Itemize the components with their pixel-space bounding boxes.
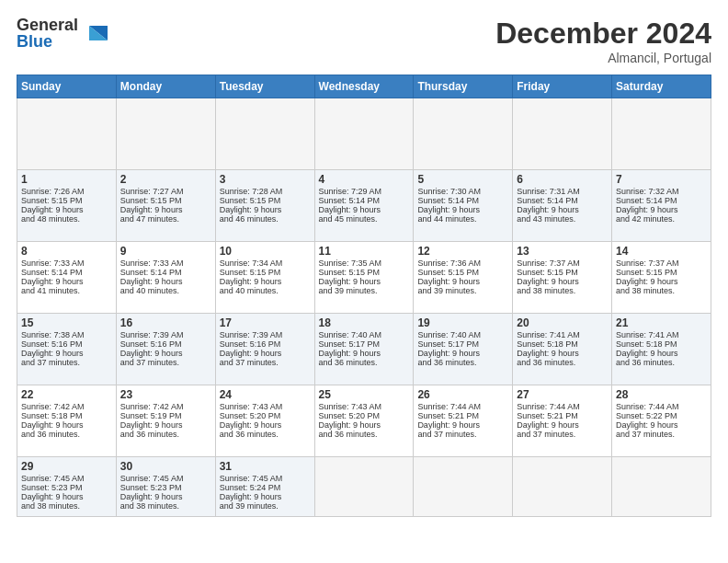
col-header-monday: Monday — [116, 75, 215, 98]
day-info: and 46 minutes. — [220, 214, 311, 224]
day-info: Sunset: 5:14 PM — [616, 196, 707, 205]
calendar-cell: 23Sunrise: 7:42 AMSunset: 5:19 PMDayligh… — [116, 385, 215, 457]
day-info: and 37 minutes. — [417, 430, 508, 439]
day-info: Sunset: 5:16 PM — [220, 339, 311, 349]
day-number: 9 — [120, 245, 211, 258]
calendar-cell: 17Sunrise: 7:39 AMSunset: 5:16 PMDayligh… — [215, 314, 314, 385]
day-info: Daylight: 9 hours — [21, 349, 112, 358]
day-info: and 38 minutes. — [517, 286, 608, 295]
day-info: Sunset: 5:23 PM — [21, 483, 112, 492]
day-info: Sunrise: 7:33 AM — [120, 259, 211, 268]
calendar-cell — [215, 98, 314, 170]
day-info: and 37 minutes. — [616, 430, 707, 439]
day-info: Sunset: 5:15 PM — [417, 268, 508, 277]
day-number: 28 — [616, 388, 707, 401]
day-info: and 37 minutes. — [220, 358, 311, 367]
day-info: Sunrise: 7:35 AM — [319, 259, 410, 268]
calendar-cell: 16Sunrise: 7:39 AMSunset: 5:16 PMDayligh… — [116, 314, 215, 385]
day-info: Sunset: 5:17 PM — [417, 339, 508, 349]
day-info: Daylight: 9 hours — [220, 277, 311, 286]
day-info: Sunrise: 7:32 AM — [616, 187, 707, 196]
calendar-cell: 3Sunrise: 7:28 AMSunset: 5:15 PMDaylight… — [215, 170, 314, 242]
day-number: 12 — [417, 245, 508, 258]
day-info: and 41 minutes. — [21, 286, 112, 295]
logo-blue: Blue — [17, 33, 78, 50]
day-info: Sunrise: 7:33 AM — [21, 259, 112, 268]
day-info: Sunrise: 7:28 AM — [220, 187, 311, 196]
day-number: 31 — [220, 460, 311, 473]
location: Almancil, Portugal — [495, 51, 711, 65]
day-info: Sunset: 5:16 PM — [21, 339, 112, 349]
col-header-saturday: Saturday — [612, 75, 711, 98]
calendar-cell: 1Sunrise: 7:26 AMSunset: 5:15 PMDaylight… — [17, 170, 117, 242]
calendar-cell — [414, 457, 513, 517]
day-info: Daylight: 9 hours — [417, 349, 508, 358]
day-info: and 39 minutes. — [220, 501, 311, 511]
day-info: Daylight: 9 hours — [220, 349, 311, 358]
day-info: Daylight: 9 hours — [417, 420, 508, 430]
day-info: Sunrise: 7:43 AM — [220, 402, 311, 411]
day-info: Daylight: 9 hours — [616, 205, 707, 214]
calendar-cell — [314, 457, 414, 517]
day-info: and 45 minutes. — [319, 214, 410, 224]
calendar-table: SundayMondayTuesdayWednesdayThursdayFrid… — [17, 75, 711, 517]
calendar-cell: 29Sunrise: 7:45 AMSunset: 5:23 PMDayligh… — [17, 457, 117, 517]
calendar-week-4: 22Sunrise: 7:42 AMSunset: 5:18 PMDayligh… — [17, 385, 711, 457]
calendar-cell: 24Sunrise: 7:43 AMSunset: 5:20 PMDayligh… — [215, 385, 314, 457]
day-info: Sunrise: 7:41 AM — [517, 330, 608, 339]
day-info: Daylight: 9 hours — [120, 277, 211, 286]
calendar-cell: 15Sunrise: 7:38 AMSunset: 5:16 PMDayligh… — [17, 314, 117, 385]
day-info: Sunrise: 7:44 AM — [616, 402, 707, 411]
logo-icon — [82, 20, 108, 46]
calendar-cell: 11Sunrise: 7:35 AMSunset: 5:15 PMDayligh… — [314, 242, 414, 314]
day-info: and 36 minutes. — [417, 358, 508, 367]
day-number: 8 — [21, 245, 112, 258]
col-header-sunday: Sunday — [17, 75, 117, 98]
calendar-week-0 — [17, 98, 711, 170]
day-number: 24 — [220, 388, 311, 401]
day-number: 21 — [616, 316, 707, 329]
day-info: Daylight: 9 hours — [616, 420, 707, 430]
day-info: and 37 minutes. — [21, 358, 112, 367]
col-header-friday: Friday — [513, 75, 612, 98]
day-info: and 36 minutes. — [616, 358, 707, 367]
day-info: and 39 minutes. — [417, 286, 508, 295]
day-info: Sunset: 5:20 PM — [319, 411, 410, 420]
day-info: and 39 minutes. — [319, 286, 410, 295]
day-info: Sunrise: 7:36 AM — [417, 259, 508, 268]
calendar-cell: 19Sunrise: 7:40 AMSunset: 5:17 PMDayligh… — [414, 314, 513, 385]
day-info: Sunset: 5:18 PM — [616, 339, 707, 349]
day-info: Daylight: 9 hours — [517, 349, 608, 358]
title-block: December 2024 Almancil, Portugal — [495, 17, 711, 65]
day-info: Sunrise: 7:38 AM — [21, 330, 112, 339]
calendar-cell: 30Sunrise: 7:45 AMSunset: 5:23 PMDayligh… — [116, 457, 215, 517]
day-info: and 37 minutes. — [517, 430, 608, 439]
day-number: 20 — [517, 316, 608, 329]
calendar-cell: 4Sunrise: 7:29 AMSunset: 5:14 PMDaylight… — [314, 170, 414, 242]
day-info: Sunset: 5:19 PM — [120, 411, 211, 420]
calendar-cell: 12Sunrise: 7:36 AMSunset: 5:15 PMDayligh… — [414, 242, 513, 314]
day-info: Daylight: 9 hours — [616, 277, 707, 286]
day-number: 17 — [220, 316, 311, 329]
day-number: 23 — [120, 388, 211, 401]
day-number: 14 — [616, 245, 707, 258]
day-info: Daylight: 9 hours — [120, 205, 211, 214]
day-info: Sunset: 5:15 PM — [120, 196, 211, 205]
calendar-cell: 22Sunrise: 7:42 AMSunset: 5:18 PMDayligh… — [17, 385, 117, 457]
day-number: 4 — [319, 173, 410, 186]
calendar-week-5: 29Sunrise: 7:45 AMSunset: 5:23 PMDayligh… — [17, 457, 711, 517]
day-info: Sunset: 5:16 PM — [120, 339, 211, 349]
day-info: Daylight: 9 hours — [517, 205, 608, 214]
col-header-thursday: Thursday — [414, 75, 513, 98]
calendar-cell: 14Sunrise: 7:37 AMSunset: 5:15 PMDayligh… — [612, 242, 711, 314]
col-header-wednesday: Wednesday — [314, 75, 414, 98]
calendar-cell: 7Sunrise: 7:32 AMSunset: 5:14 PMDaylight… — [612, 170, 711, 242]
day-info: Sunset: 5:21 PM — [517, 411, 608, 420]
calendar-cell — [17, 98, 117, 170]
day-info: Sunrise: 7:34 AM — [220, 259, 311, 268]
calendar-cell: 13Sunrise: 7:37 AMSunset: 5:15 PMDayligh… — [513, 242, 612, 314]
day-info: and 36 minutes. — [120, 430, 211, 439]
day-info: Daylight: 9 hours — [517, 277, 608, 286]
day-info: Daylight: 9 hours — [517, 420, 608, 430]
calendar-cell — [612, 457, 711, 517]
